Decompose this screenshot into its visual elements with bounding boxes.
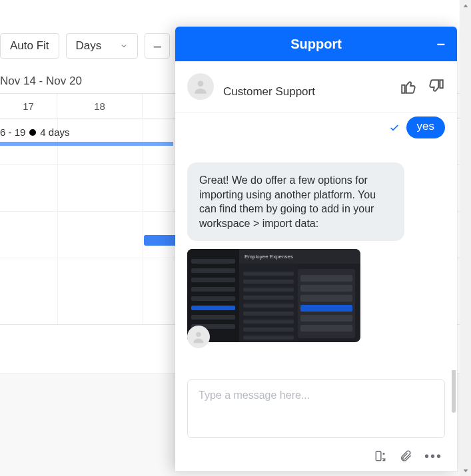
chat-title: Support: [290, 37, 342, 52]
message-input[interactable]: [187, 379, 445, 438]
user-message-row: yes: [389, 117, 445, 138]
agent-avatar-small: [187, 326, 210, 348]
task-summary: 6 - 19 4 days: [0, 126, 70, 138]
thumbs-down-icon[interactable]: [428, 78, 445, 95]
popout-icon[interactable]: [374, 449, 387, 463]
support-chat-widget: Support – Customer Support: [175, 27, 457, 471]
svg-point-0: [198, 81, 204, 87]
date-range-label: Nov 14 - Nov 20: [0, 75, 82, 88]
thumbs-up-icon[interactable]: [400, 78, 417, 95]
screenshot-title: Employee Expenses: [244, 254, 293, 260]
scrollbar-track[interactable]: [460, 11, 471, 465]
autofit-label: Auto Fit: [10, 39, 49, 53]
agent-message-bubble: Great! We do offer a few options for imp…: [187, 162, 404, 241]
zoom-out-label: –: [154, 39, 161, 54]
task-bar[interactable]: [0, 142, 173, 146]
calendar-toolbar: Auto Fit Days –: [0, 33, 170, 59]
calendar-col-header: 17: [0, 94, 57, 118]
read-check-icon: [389, 122, 400, 133]
chat-agent-row: Customer Support: [175, 61, 457, 113]
minimize-button[interactable]: –: [437, 35, 445, 53]
paperclip-icon[interactable]: [399, 449, 412, 463]
svg-point-1: [196, 332, 201, 337]
agent-avatar: [187, 73, 214, 100]
task-duration: 4 days: [40, 126, 69, 138]
minimize-icon: –: [437, 35, 445, 52]
autofit-button[interactable]: Auto Fit: [0, 33, 59, 59]
more-icon[interactable]: •••: [424, 449, 442, 463]
scroll-down-icon[interactable]: [460, 465, 471, 476]
granularity-label: Days: [76, 39, 102, 53]
zoom-out-button[interactable]: –: [145, 33, 170, 59]
chevron-down-icon: [120, 42, 128, 50]
task-range: 6 - 19: [0, 126, 25, 138]
svg-marker-4: [463, 469, 468, 472]
agent-name: Customer Support: [223, 75, 390, 99]
page-scrollbar[interactable]: [460, 0, 471, 476]
granularity-select[interactable]: Days: [66, 33, 139, 59]
svg-marker-3: [463, 4, 468, 7]
rating-controls: [400, 78, 445, 95]
svg-rect-2: [376, 451, 381, 460]
calendar-col-header: 18: [57, 94, 143, 118]
chat-footer: •••: [175, 446, 457, 471]
import-screenshot[interactable]: Employee Expenses: [187, 249, 360, 342]
chat-header: Support –: [175, 27, 457, 61]
agent-message-group: Great! We do offer a few options for imp…: [187, 162, 404, 342]
task-dot-icon: [29, 129, 36, 136]
chat-body: yes Great! We do offer a few options for…: [175, 113, 457, 370]
user-message-bubble: yes: [406, 117, 445, 138]
scroll-up-icon[interactable]: [460, 0, 471, 11]
chat-input-area: [175, 370, 457, 446]
